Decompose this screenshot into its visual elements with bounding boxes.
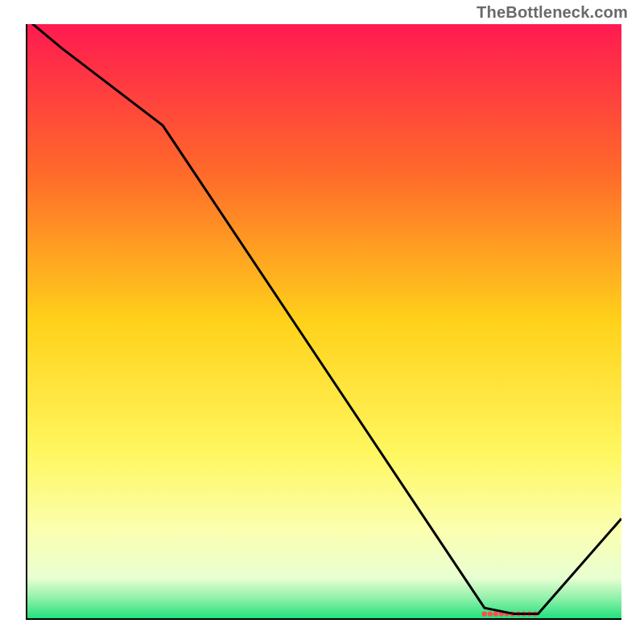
- gradient-background: [26, 24, 621, 620]
- chart-svg: [26, 24, 621, 620]
- svg-point-2: [488, 611, 493, 616]
- watermark-text: TheBottleneck.com: [477, 3, 628, 22]
- svg-point-1: [482, 611, 487, 616]
- bottleneck-chart: [26, 24, 621, 620]
- svg-point-3: [493, 611, 498, 616]
